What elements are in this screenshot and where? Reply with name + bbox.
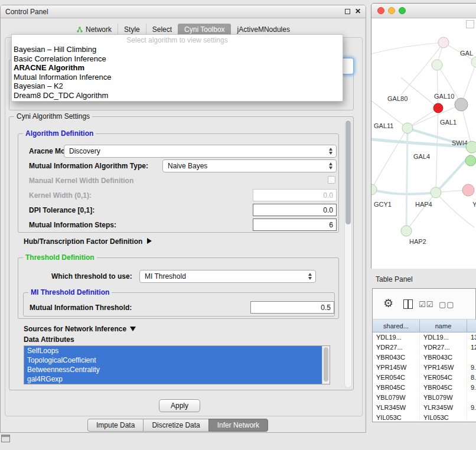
table-cell: YBL079W (373, 393, 420, 403)
network-window-titlebar[interactable] (371, 4, 476, 18)
list-item[interactable]: BetweennessCentrality (24, 365, 322, 374)
control-panel-titlebar[interactable]: Control Panel ✕ (1, 5, 366, 18)
network-overview-toggle[interactable] (466, 20, 474, 28)
minimize-traffic-light-icon[interactable] (388, 7, 395, 14)
table-row[interactable]: YER054CYER054C8. (373, 373, 476, 383)
list-item[interactable]: gal4RGexp (24, 374, 322, 384)
network-node[interactable] (462, 184, 474, 196)
network-node[interactable] (371, 184, 377, 195)
select-all-checkboxes-icon[interactable]: ☑☑ (419, 300, 433, 309)
dpi-tolerance-label: DPI Tolerance [0,1]: (29, 206, 94, 214)
table-row[interactable]: YPR145WYPR145W9. (373, 363, 476, 373)
table-cell: 8. (467, 373, 476, 383)
mi-steps-input[interactable] (253, 219, 337, 231)
combo-arrows-icon (329, 148, 332, 155)
algorithm-menu-item[interactable]: Bayesian – K2 (12, 81, 343, 91)
column-header-shared[interactable]: shared... (373, 319, 420, 332)
network-node[interactable] (431, 187, 441, 198)
algorithm-menu-item[interactable]: Bayesian – Hill Climbing (12, 45, 343, 54)
tab-infer-network[interactable]: Infer Network (208, 419, 268, 432)
algorithm-menu-item[interactable]: Mutual Information Inference (12, 73, 343, 82)
table-row[interactable]: YDR27...YDR27...12 (373, 343, 476, 353)
network-node-label: HAP4 (415, 201, 432, 208)
table-cell: 13 (467, 332, 476, 343)
list-item[interactable]: SelfLoops (24, 346, 322, 356)
float-window-icon[interactable] (345, 9, 350, 14)
mi-algorithm-type-select[interactable]: Naive Bayes (162, 159, 337, 172)
columns-icon[interactable] (403, 299, 413, 309)
list-item[interactable]: TopologicalCoefficient (24, 356, 322, 365)
table-cell: YIL053C (420, 413, 467, 422)
algorithm-menu-item[interactable]: Dream8 DC_TDC Algorithm (12, 91, 343, 100)
network-node[interactable] (402, 123, 413, 133)
settings-scrollbar[interactable] (344, 119, 352, 388)
network-node[interactable] (465, 155, 476, 166)
network-icon (76, 26, 83, 33)
table-row[interactable]: YIL053CYIL053C (373, 413, 476, 422)
sources-section-toggle[interactable]: Sources for Network Inference (24, 325, 136, 333)
aracne-mode-value: Discovery (69, 147, 100, 155)
minimized-panel-icon[interactable] (1, 435, 10, 442)
network-node[interactable] (432, 60, 442, 70)
manual-kernel-width-label: Manual Kernel Width Definition (29, 177, 133, 185)
apply-button[interactable]: Apply (159, 399, 200, 412)
table-row[interactable]: YBR043CYBR043C (373, 353, 476, 363)
tab-network[interactable]: Network (70, 24, 118, 35)
network-node-label: Y (472, 201, 476, 208)
table-row[interactable]: YLR345WYLR345W9. (373, 403, 476, 413)
table-row[interactable]: YBR045CYBR045C9. (373, 383, 476, 393)
network-view-window: GALGAL80GAL10GAL11GAL1SWI4GAL4GCY1HAP4YH… (371, 3, 476, 269)
column-header-partial[interactable] (467, 319, 476, 332)
tab-impute-data[interactable]: Impute Data (87, 419, 144, 432)
table-cell: YBR043C (373, 353, 420, 363)
tab-label: Network (86, 25, 112, 34)
tab-style[interactable]: Style (118, 24, 146, 35)
network-node[interactable] (455, 98, 468, 111)
tab-cyni-toolbox[interactable]: Cyni Toolbox (178, 24, 230, 35)
data-attributes-label: Data Attributes (24, 335, 74, 344)
network-node[interactable] (401, 226, 412, 236)
network-node-label: GAL1 (440, 119, 457, 126)
tab-select[interactable]: Select (146, 24, 178, 35)
gear-icon[interactable]: ⚙ (383, 297, 393, 310)
close-traffic-light-icon[interactable] (377, 7, 384, 14)
table-cell: 9. (467, 383, 476, 393)
combo-arrows-icon (308, 273, 312, 280)
table-cell: YPR145W (420, 363, 467, 373)
data-attributes-list[interactable]: SelfLoops TopologicalCoefficient Between… (24, 345, 330, 384)
expanded-arrow-icon (130, 327, 136, 331)
table-cell: 12 (467, 343, 476, 353)
tab-jactivemnodules[interactable]: jActiveMNodules (231, 24, 296, 35)
close-icon[interactable]: ✕ (355, 8, 361, 15)
settings-scrollbar-thumb[interactable] (345, 120, 351, 224)
mi-threshold-input[interactable] (250, 301, 334, 314)
table-cell: YIL053C (373, 413, 420, 422)
manual-kernel-width-checkbox[interactable] (328, 176, 335, 184)
tab-discretize-data[interactable]: Discretize Data (143, 419, 208, 432)
kernel-width-label: Kernel Width (0,1): (29, 191, 92, 200)
network-node-label: GAL4 (413, 153, 430, 160)
network-node[interactable] (466, 141, 476, 153)
network-canvas[interactable]: GALGAL80GAL10GAL11GAL1SWI4GAL4GCY1HAP4YH… (371, 18, 476, 269)
kernel-width-input[interactable] (253, 189, 337, 201)
algorithm-menu-item[interactable]: Basic Correlation Inference (12, 54, 343, 64)
aracne-mode-select[interactable]: Discovery (64, 145, 337, 158)
zoom-traffic-light-icon[interactable] (399, 7, 406, 14)
list-scrollbar-thumb[interactable] (324, 347, 328, 381)
deselect-all-checkboxes-icon[interactable]: ▢▢ (439, 300, 455, 309)
network-node[interactable] (433, 103, 443, 113)
list-scrollbar[interactable] (322, 346, 330, 384)
algorithm-menu-item[interactable]: ARACNE Algorithm (12, 63, 343, 73)
table-row[interactable]: YDL19...YDL19...13 (373, 332, 476, 343)
network-node[interactable] (471, 57, 476, 67)
network-svg: GALGAL80GAL10GAL11GAL1SWI4GAL4GCY1HAP4YH… (371, 18, 476, 269)
table-toolbar: ⚙ ☑☑ ▢▢ (373, 289, 475, 319)
network-node[interactable] (438, 37, 449, 48)
table-row[interactable]: YBL079WYBL079W (373, 393, 476, 403)
dpi-tolerance-input[interactable] (253, 204, 337, 216)
which-threshold-select[interactable]: MI Threshold (139, 270, 316, 283)
sources-section-label: Sources for Network Inference (24, 325, 126, 333)
table-cell: YLR345W (420, 403, 467, 413)
hub-section-toggle[interactable]: Hub/Transcription Factor Definition (24, 237, 152, 246)
column-header-name[interactable]: name (420, 319, 467, 332)
